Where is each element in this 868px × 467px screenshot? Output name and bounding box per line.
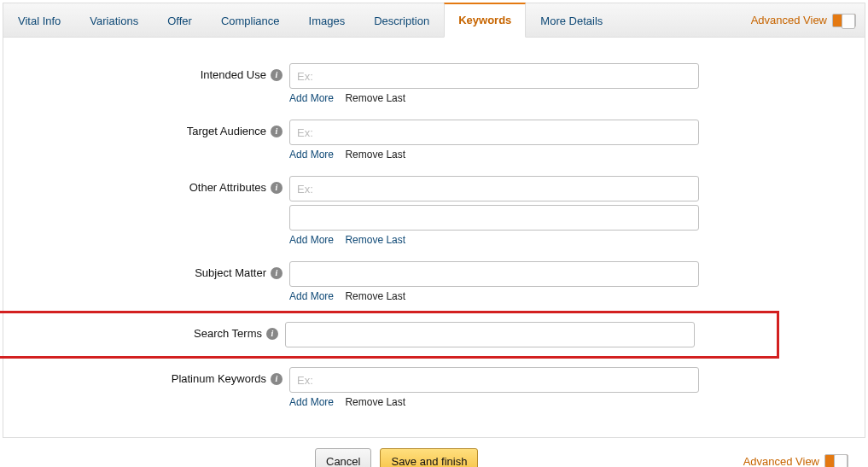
remove-last-subject-matter[interactable]: Remove Last <box>345 290 405 302</box>
tab-bar: Vital Info Variations Offer Compliance I… <box>3 3 865 38</box>
label-text-platinum-keywords: Platinum Keywords <box>172 372 266 385</box>
label-platinum-keywords: Platinum Keywords i <box>29 367 289 385</box>
advanced-view-toggle-bottom[interactable] <box>824 454 848 467</box>
tab-variations[interactable]: Variations <box>75 4 153 38</box>
add-more-platinum-keywords[interactable]: Add More <box>289 396 334 408</box>
input-search-terms[interactable] <box>285 322 695 347</box>
advanced-view-toggle[interactable] <box>832 14 856 27</box>
input-intended-use[interactable] <box>289 63 699 89</box>
add-more-other-attributes[interactable]: Add More <box>289 234 334 246</box>
input-subject-matter[interactable] <box>289 261 699 287</box>
tab-images[interactable]: Images <box>294 4 360 38</box>
info-icon[interactable]: i <box>271 126 283 137</box>
input-other-attributes-1[interactable] <box>289 176 699 201</box>
label-other-attributes: Other Attributes i <box>29 176 289 194</box>
tab-more-details[interactable]: More Details <box>526 4 617 38</box>
advanced-view-label-bottom: Advanced View <box>743 455 819 468</box>
label-text-other-attributes: Other Attributes <box>189 181 266 194</box>
add-more-subject-matter[interactable]: Add More <box>289 290 334 302</box>
tab-keywords[interactable]: Keywords <box>444 3 526 38</box>
remove-last-platinum-keywords[interactable]: Remove Last <box>345 396 405 408</box>
label-subject-matter: Subject Matter i <box>29 261 289 279</box>
info-icon[interactable]: i <box>271 69 283 81</box>
label-text-intended-use: Intended Use <box>201 68 266 81</box>
save-and-finish-button[interactable]: Save and finish <box>380 448 478 467</box>
cancel-button[interactable]: Cancel <box>315 448 371 467</box>
remove-last-other-attributes[interactable]: Remove Last <box>345 234 405 246</box>
input-target-audience[interactable] <box>289 120 699 145</box>
remove-last-intended-use[interactable]: Remove Last <box>345 92 405 104</box>
row-subject-matter: Subject Matter i Add More Remove Last <box>29 261 737 307</box>
tab-compliance[interactable]: Compliance <box>207 4 294 38</box>
info-icon[interactable]: i <box>271 373 283 385</box>
label-text-target-audience: Target Audience <box>187 125 266 137</box>
tab-offer[interactable]: Offer <box>153 4 207 38</box>
highlight-search-terms: Search Terms i <box>0 311 779 359</box>
tab-description[interactable]: Description <box>359 4 444 38</box>
info-icon[interactable]: i <box>271 182 283 194</box>
add-more-intended-use[interactable]: Add More <box>289 92 334 104</box>
tab-vital-info[interactable]: Vital Info <box>3 4 75 38</box>
row-target-audience: Target Audience i Add More Remove Last <box>29 120 737 172</box>
row-platinum-keywords: Platinum Keywords i Add More Remove Last <box>29 367 737 408</box>
label-text-subject-matter: Subject Matter <box>195 266 266 279</box>
row-intended-use: Intended Use i Add More Remove Last <box>29 63 737 116</box>
label-search-terms: Search Terms i <box>0 322 285 340</box>
advanced-view-bottom[interactable]: Advanced View <box>743 454 857 467</box>
advanced-view-top[interactable]: Advanced View <box>751 14 865 27</box>
remove-last-target-audience[interactable]: Remove Last <box>345 149 405 161</box>
label-intended-use: Intended Use i <box>29 63 289 81</box>
form-area: Intended Use i Add More Remove Last Targ… <box>3 38 865 437</box>
main-panel: Vital Info Variations Offer Compliance I… <box>3 3 865 438</box>
info-icon[interactable]: i <box>266 328 278 340</box>
input-other-attributes-2[interactable] <box>289 205 699 231</box>
add-more-target-audience[interactable]: Add More <box>289 149 334 161</box>
row-other-attributes: Other Attributes i Add More Remove Last <box>29 176 737 258</box>
footer-row: Cancel Save and finish Advanced View <box>3 438 865 467</box>
label-text-search-terms: Search Terms <box>194 327 262 340</box>
info-icon[interactable]: i <box>271 267 283 279</box>
advanced-view-label: Advanced View <box>751 14 827 26</box>
input-platinum-keywords[interactable] <box>289 367 699 393</box>
label-target-audience: Target Audience i <box>29 120 289 137</box>
